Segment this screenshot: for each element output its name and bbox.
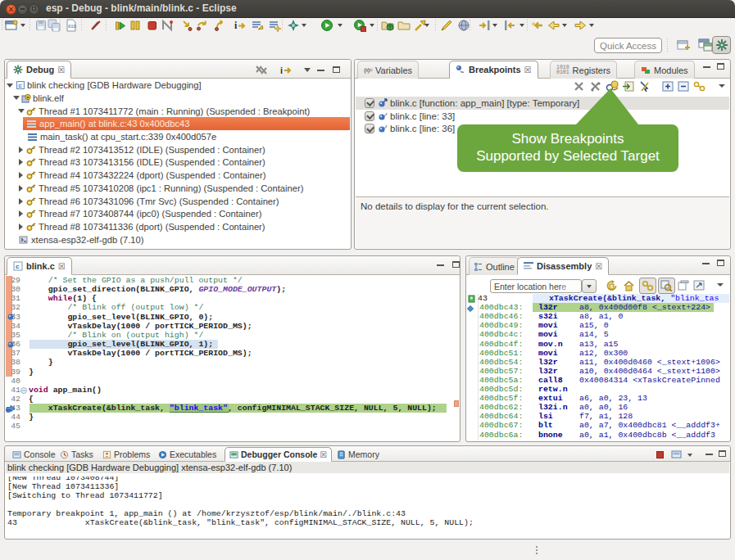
svg-text:c: c (19, 82, 22, 89)
svg-text:i: i (234, 20, 238, 31)
svg-text:Supported by Selected Target: Supported by Selected Target (476, 148, 660, 164)
svg-text:c: c (16, 263, 20, 270)
svg-text:010: 010 (68, 24, 76, 29)
svg-text:i: i (280, 65, 283, 75)
svg-text:Show Breakpoints: Show Breakpoints (511, 131, 624, 147)
